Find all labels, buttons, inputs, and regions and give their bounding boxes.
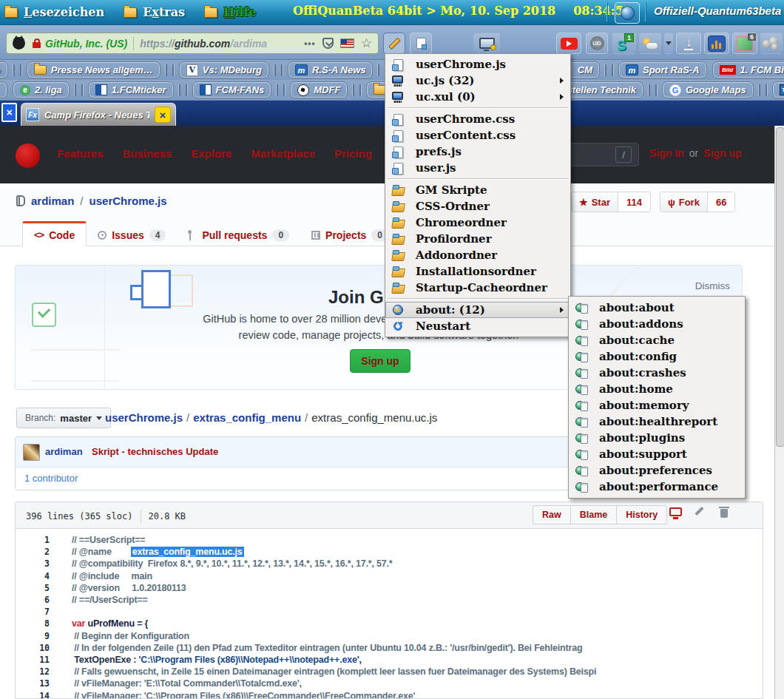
bookmark-google-maps[interactable]: GGoogle Maps <box>662 81 754 98</box>
menu-item-uc-xul-0[interactable]: uc.xul (0) <box>385 89 570 105</box>
submenu-item-about-support[interactable]: about:support <box>569 446 745 462</box>
bookmark-2-liga[interactable]: e2. liga <box>13 81 70 98</box>
menubar-item-extras[interactable]: Extras <box>124 5 185 19</box>
menu-item-userchrome-js[interactable]: userChrome.js <box>385 56 570 72</box>
contributors-link[interactable]: 1 contributor <box>24 473 78 484</box>
menu-item-neustart[interactable]: Neustart <box>385 318 570 334</box>
bookmark-star-icon[interactable]: ☆ <box>361 37 372 50</box>
sign-in-link[interactable]: Sign in <box>649 147 684 159</box>
nav-link-marketplace[interactable]: Marketplace <box>251 147 315 160</box>
line-number[interactable]: 2 <box>16 547 57 557</box>
menu-item-prefs-js[interactable]: prefs.js <box>385 143 570 160</box>
menu-item-userchrome-css[interactable]: userChrome.css <box>385 111 570 127</box>
menu-item-css-ordner[interactable]: CSS-Ordner <box>385 198 570 215</box>
fork-count[interactable]: 66 <box>708 192 734 212</box>
page-actions-icon[interactable]: ••• <box>304 38 316 49</box>
bookmark-1-fcm-bild-de[interactable]: Bild1. FCM Bild.de <box>712 61 784 78</box>
repo-name-link[interactable]: userChrome.js <box>89 195 167 207</box>
line-number[interactable]: 10 <box>16 643 57 653</box>
site-identity[interactable]: GitHub, Inc. (US) <box>45 38 127 50</box>
breadcrumb-userchrome-js[interactable]: userChrome.js <box>105 411 183 424</box>
submenu-item-about-about[interactable]: about:about <box>569 300 745 316</box>
weather-dropdown[interactable] <box>664 33 673 54</box>
line-number[interactable]: 9 <box>16 631 57 641</box>
avatar[interactable] <box>23 444 40 461</box>
line-number[interactable]: 5 <box>16 583 57 593</box>
line-number[interactable]: 13 <box>16 678 57 689</box>
bookmark-r-s-a-news[interactable]: mR.S-A News <box>288 61 373 78</box>
menu-item-addonordner[interactable]: Addonordner <box>385 247 570 263</box>
submenu-item-about-config[interactable]: about:config <box>569 348 745 365</box>
submenu-item-about-memory[interactable]: about:memory <box>569 397 745 413</box>
star-button[interactable]: ★Star <box>572 192 618 212</box>
pocket-icon[interactable] <box>322 38 334 49</box>
raw-button[interactable]: Raw <box>533 505 571 524</box>
line-number[interactable]: 4 <box>16 571 57 581</box>
nav-link-explore[interactable]: Explore <box>191 147 232 160</box>
history-button[interactable]: History <box>616 505 667 524</box>
star-count[interactable]: 114 <box>618 192 650 212</box>
branch-selector[interactable]: Branch: master <box>16 408 111 428</box>
userchromejs-menu-button[interactable] <box>383 33 405 54</box>
submenu-item-about-addons[interactable]: about:addons <box>569 316 745 332</box>
bookmark-presse-news-allgem[interactable]: Presse News allgem… <box>27 61 160 78</box>
line-number[interactable]: 14 <box>16 691 57 699</box>
line-number[interactable]: 6 <box>16 595 57 605</box>
flag-icon[interactable] <box>340 38 354 48</box>
edit-pencil-icon[interactable] <box>695 507 703 516</box>
line-number[interactable]: 1 <box>16 535 57 545</box>
panel-close-button[interactable]: × <box>1 103 17 122</box>
stylish-button[interactable]: S1 <box>612 33 636 54</box>
tab-pull-requests[interactable]: Pull requests0 <box>177 223 300 246</box>
blame-button[interactable]: Blame <box>570 505 618 524</box>
nav-link-pricing[interactable]: Pricing <box>334 147 372 160</box>
menu-item-chromeordner[interactable]: Chromeordner <box>385 215 570 231</box>
script-options-button[interactable] <box>410 33 432 54</box>
stats-button[interactable] <box>704 33 729 54</box>
display-icon[interactable] <box>669 507 682 516</box>
submenu-item-about-healthreport[interactable]: about:healthreport <box>569 413 745 430</box>
banner-sign-up-button[interactable]: Sign up <box>350 349 410 373</box>
menu-item-user-js[interactable]: user.js <box>385 160 570 176</box>
bookmark-1-fcmticker[interactable]: 1.FCMticker <box>88 81 174 98</box>
download-button[interactable]: ↓ <box>676 33 701 54</box>
line-number[interactable]: 11 <box>16 655 57 665</box>
line-number[interactable]: 12 <box>16 666 57 677</box>
menu-item-startup-cacheordner[interactable]: Startup-Cacheordner <box>385 280 570 296</box>
urlbar[interactable]: GitHub, Inc. (US) https://github.com/ard… <box>6 33 379 54</box>
line-number[interactable]: 8 <box>16 618 57 629</box>
submenu-item-about-cache[interactable]: about:cache <box>569 332 745 348</box>
menu-item-installationsordner[interactable]: Installationsordner <box>385 263 570 280</box>
submenu-item-about-home[interactable]: about:home <box>569 381 745 397</box>
bookmark-elp[interactable]: elp <box>0 61 8 78</box>
submenu-item-about-crashes[interactable]: about:crashes <box>569 365 745 381</box>
addons-button[interactable] <box>760 33 783 54</box>
commit-message[interactable]: Skript - technisches Update <box>92 446 218 457</box>
submenu-item-about-preferences[interactable]: about:preferences <box>569 462 745 479</box>
notes-button[interactable]: 6 <box>732 33 757 54</box>
url-text[interactable]: https://github.com/ardima <box>140 38 267 50</box>
fork-button[interactable]: ψFork <box>660 192 708 212</box>
menu-item-gm-skripte[interactable]: GM Skripte <box>385 182 570 198</box>
scrollbar[interactable] <box>774 126 784 699</box>
submenu-item-about-plugins[interactable]: about:plugins <box>569 430 745 446</box>
scrollbar-thumb[interactable] <box>776 127 784 447</box>
bookmark-fcm-fans[interactable]: FCM-FANs <box>192 81 272 98</box>
ublock-button[interactable]: UD <box>586 33 608 54</box>
globe-button[interactable] <box>615 2 640 24</box>
delete-trash-icon[interactable] <box>720 509 728 518</box>
tab-close-button[interactable]: × <box>155 107 171 123</box>
menu-item-uc-js-32[interactable]: uc.js (32) <box>385 72 570 89</box>
menu-item-profilordner[interactable]: Profilordner <box>385 231 570 247</box>
menu-item-usercontent-css[interactable]: userContent.css <box>385 127 570 143</box>
line-number[interactable]: 7 <box>16 607 57 617</box>
bookmark-item[interactable] <box>0 81 7 98</box>
sign-up-link[interactable]: Sign up <box>703 147 741 159</box>
youtube-button[interactable] <box>556 33 581 54</box>
submenu-item-about-performance[interactable]: about:performance <box>569 479 745 495</box>
line-number[interactable]: 3 <box>16 558 57 569</box>
menu-item-about-12[interactable]: about: (12) <box>385 302 570 318</box>
nav-link-features[interactable]: Features <box>57 147 104 160</box>
tab-code[interactable]: <>Code <box>22 221 87 246</box>
tab-issues[interactable]: Issues4 <box>87 223 177 246</box>
